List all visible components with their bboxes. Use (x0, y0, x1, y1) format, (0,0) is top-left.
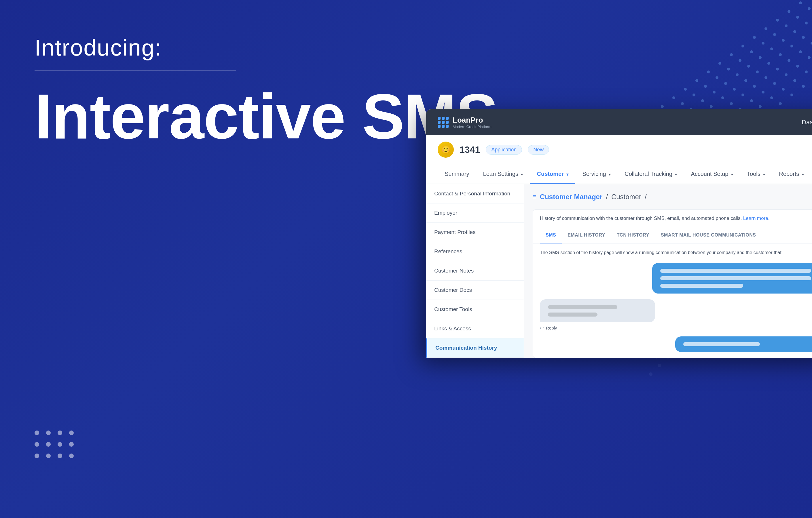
logo-name: LoanPro (453, 116, 491, 125)
chevron-down-icon-servicing: ▾ (609, 172, 611, 177)
logo-dot-4 (438, 121, 440, 124)
sidebar-label-payment-profiles: Payment Profiles (434, 229, 476, 235)
chevron-down-icon-reports: ▾ (802, 172, 804, 177)
bubble-line-1 (660, 269, 811, 273)
sidebar-item-links-access[interactable]: Links & Access (426, 319, 524, 338)
sidebar: Contact & Personal Information Employer … (426, 184, 524, 358)
logo-dot-3 (446, 117, 448, 120)
sidebar-item-employer[interactable]: Employer (426, 204, 524, 223)
sidebar-label-customer-tools: Customer Tools (434, 306, 472, 312)
tab-smart-mail[interactable]: SMART MAIL HOUSE COMMUNICATIONS (655, 227, 762, 243)
messages-area: ↩ Reply (540, 263, 812, 352)
avatar: 😊 (438, 142, 454, 158)
sidebar-label-links-access: Links & Access (434, 326, 471, 332)
sidebar-item-contact[interactable]: Contact & Personal Information (426, 184, 524, 204)
sidebar-label-references: References (434, 248, 462, 254)
bubble-line-3 (660, 284, 743, 288)
logo-dot-1 (438, 117, 440, 120)
chevron-down-icon-account: ▾ (731, 172, 733, 177)
incoming-bubble-wrapper: ↩ Reply (540, 299, 690, 331)
nav-bar: Summary Loan Settings ▾ Customer ▾ Servi… (426, 164, 812, 184)
logo-dot-8 (442, 125, 444, 128)
incoming-line-2 (548, 312, 598, 316)
logo-dot-5 (442, 121, 444, 124)
nav-item-summary[interactable]: Summary (438, 164, 476, 184)
breadcrumb: ≡ Customer Manager / Customer / (533, 193, 812, 201)
tab-label-smart-mail: SMART MAIL HOUSE COMMUNICATIONS (661, 233, 756, 237)
logo-grid (438, 117, 448, 128)
right-panel: ≡ Customer Manager / Customer / History … (524, 184, 812, 358)
nav-item-account-setup[interactable]: Account Setup ▾ (684, 164, 740, 184)
sidebar-item-payment-profiles[interactable]: Payment Profiles (426, 223, 524, 242)
sidebar-item-customer-tools[interactable]: Customer Tools (426, 300, 524, 319)
chevron-down-icon-tools: ▾ (763, 172, 765, 177)
dot-1 (34, 430, 39, 435)
dot-9 (34, 454, 39, 458)
sms-description-text: The SMS section of the history page will… (540, 249, 812, 256)
reply-button[interactable]: ↩ Reply (540, 325, 557, 331)
nav-item-automation[interactable]: Automation Engine (811, 164, 812, 184)
dots-grid (34, 430, 76, 460)
tab-email-history[interactable]: EMAIL HISTORY (562, 227, 611, 243)
dot-11 (58, 454, 62, 458)
header-right: Dashbo (802, 119, 812, 126)
sidebar-item-references[interactable]: References (426, 242, 524, 261)
dot-10 (46, 454, 51, 458)
sidebar-item-communication-history[interactable]: Communication History (426, 338, 524, 358)
bubble-line-2 (660, 276, 811, 280)
incoming-bubble-1 (540, 299, 655, 322)
reply-arrow-icon: ↩ (540, 325, 544, 331)
divider (34, 70, 236, 70)
breadcrumb-separator-1: / (606, 193, 608, 201)
nav-item-tools[interactable]: Tools ▾ (740, 164, 772, 184)
sidebar-label-communication-history: Communication History (435, 345, 497, 351)
breadcrumb-customer-manager[interactable]: Customer Manager (540, 193, 602, 201)
bubble-line-4 (683, 342, 760, 346)
logo-dot-6 (446, 121, 448, 124)
logo-sub: Modern Credit Platform (453, 125, 491, 129)
logo-dot-9 (446, 125, 448, 128)
logo-dot-7 (438, 125, 440, 128)
tab-sms[interactable]: SMS (540, 227, 562, 243)
app-window: LoanPro Modern Credit Platform Dashbo 😊 … (426, 109, 812, 358)
dot-8 (69, 442, 74, 447)
nav-label-account-setup: Account Setup (691, 171, 728, 177)
logo-area: LoanPro Modern Credit Platform (438, 116, 491, 129)
nav-item-loan-settings[interactable]: Loan Settings ▾ (476, 164, 530, 184)
dot-3 (58, 430, 62, 435)
chevron-down-icon-customer: ▾ (567, 172, 569, 177)
sms-content: The SMS section of the history page will… (533, 243, 812, 358)
dot-7 (58, 442, 62, 447)
chevron-down-icon-collateral: ▾ (675, 172, 677, 177)
nav-item-servicing[interactable]: Servicing ▾ (575, 164, 618, 184)
dot-2 (46, 430, 51, 435)
tab-label-sms: SMS (546, 233, 556, 237)
sidebar-item-customer-docs[interactable]: Customer Docs (426, 281, 524, 300)
dot-12 (69, 454, 74, 458)
breadcrumb-separator-2: / (645, 193, 647, 201)
logo-text: LoanPro Modern Credit Platform (453, 116, 491, 129)
nav-item-reports[interactable]: Reports ▾ (772, 164, 811, 184)
nav-item-collateral[interactable]: Collateral Tracking ▾ (618, 164, 684, 184)
learn-more-link[interactable]: Learn more. (743, 216, 770, 221)
outgoing-bubble-1 (652, 263, 812, 294)
app-header: LoanPro Modern Credit Platform Dashbo (426, 109, 812, 135)
history-description-text: History of communication with the custom… (540, 216, 742, 221)
nav-label-reports: Reports (779, 171, 799, 177)
logo-dot-2 (442, 117, 444, 120)
introducing-label: Introducing: (34, 34, 812, 61)
chevron-down-icon: ▾ (521, 172, 523, 177)
sidebar-item-customer-notes[interactable]: Customer Notes (426, 261, 524, 281)
main-content-area: Contact & Personal Information Employer … (426, 184, 812, 358)
nav-label-tools: Tools (747, 171, 760, 177)
content-card: History of communication with the custom… (533, 210, 812, 358)
incoming-line-1 (548, 305, 617, 309)
outgoing-bubble-2 (675, 336, 812, 352)
menu-icon: ≡ (533, 193, 536, 201)
dot-4 (69, 430, 74, 435)
nav-label-loan-settings: Loan Settings (483, 171, 518, 177)
tab-label-email: EMAIL HISTORY (568, 233, 605, 237)
sidebar-label-customer-notes: Customer Notes (434, 268, 474, 274)
tab-tcn-history[interactable]: TCN HISTORY (611, 227, 655, 243)
nav-item-customer[interactable]: Customer ▾ (530, 164, 575, 184)
